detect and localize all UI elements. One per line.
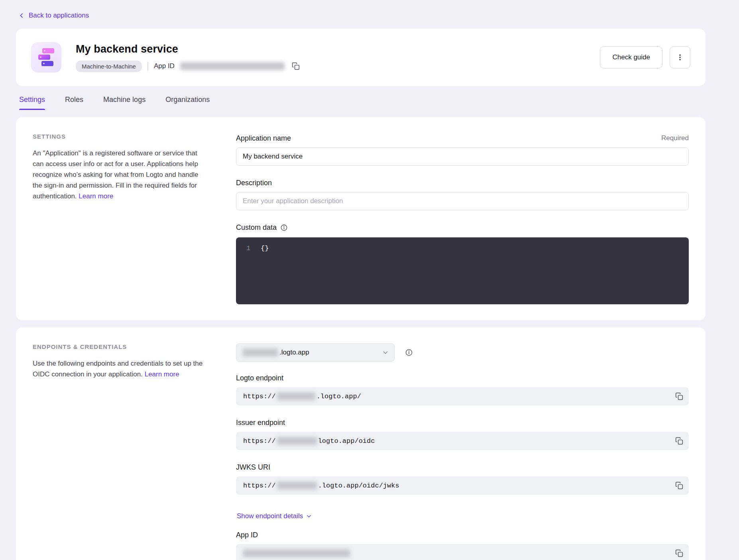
url-prefix: https:// — [243, 437, 276, 445]
jwks-uri-value: https:// .logto.app/oidc/jwks — [236, 476, 689, 495]
url-suffix: .logto.app/ — [316, 393, 361, 400]
app-id-field-label: App ID — [236, 530, 258, 540]
issuer-endpoint-value: https:// logto.app/oidc — [236, 432, 689, 450]
app-type-badge: Machine-to-Machine — [76, 61, 142, 72]
editor-code: {} — [261, 244, 269, 253]
endpoints-form: .logto.app Logto endpoint https:// .logt… — [236, 343, 689, 560]
issuer-endpoint-field-group: Issuer endpoint https:// logto.app/oidc — [236, 417, 689, 450]
custom-data-label: Custom data — [236, 222, 277, 233]
editor-line-number: 1 — [236, 244, 261, 253]
url-suffix: .logto.app/oidc/jwks — [318, 482, 399, 490]
logto-endpoint-field-group: Logto endpoint https:// .logto.app/ — [236, 373, 689, 405]
application-name-field-group: Application name Required — [236, 133, 689, 166]
copy-icon[interactable] — [290, 61, 301, 72]
info-icon[interactable] — [405, 349, 413, 356]
vertical-divider — [147, 62, 148, 70]
tenant-id-redacted — [277, 392, 315, 400]
description-label: Description — [236, 178, 272, 188]
copy-icon[interactable] — [674, 435, 685, 446]
app-id-field-group: App ID — [236, 530, 689, 560]
endpoints-panel-intro: ENDPOINTS & CREDENTIALS Use the followin… — [33, 343, 208, 380]
copy-icon[interactable] — [674, 548, 685, 559]
info-icon[interactable] — [280, 224, 288, 231]
tab-organizations[interactable]: Organizations — [165, 95, 210, 110]
domain-select[interactable]: .logto.app — [236, 343, 395, 362]
endpoints-description: Use the following endpoints and credenti… — [33, 358, 208, 380]
endpoints-panel: ENDPOINTS & CREDENTIALS Use the followin… — [16, 327, 706, 560]
settings-description-text: An "Application" is a registered softwar… — [33, 149, 199, 200]
back-link-label: Back to applications — [29, 10, 89, 21]
show-endpoint-details-link[interactable]: Show endpoint details — [237, 512, 312, 520]
copy-icon[interactable] — [674, 480, 685, 491]
app-id-value — [236, 544, 689, 560]
domain-row: .logto.app — [236, 343, 689, 362]
tab-roles[interactable]: Roles — [65, 95, 83, 110]
settings-panel: SETTINGS An "Application" is a registere… — [16, 117, 706, 320]
chevron-down-icon — [382, 349, 389, 356]
tab-settings[interactable]: Settings — [19, 95, 45, 110]
chevron-left-icon — [18, 12, 25, 19]
required-indicator: Required — [661, 134, 689, 142]
endpoints-heading: ENDPOINTS & CREDENTIALS — [33, 343, 208, 350]
domain-redacted — [243, 349, 278, 356]
domain-suffix: .logto.app — [279, 349, 309, 356]
kebab-menu-icon — [676, 53, 684, 61]
settings-description: An "Application" is a registered softwar… — [33, 148, 208, 202]
page: Back to applications — [16, 0, 706, 560]
tenant-id-redacted — [277, 482, 317, 490]
settings-learn-more-link[interactable]: Learn more — [79, 192, 113, 200]
custom-data-field-group: Custom data 1 {} — [236, 222, 689, 304]
tab-bar: Settings Roles Machine logs Organization… — [16, 95, 706, 110]
more-actions-button[interactable] — [670, 46, 690, 69]
app-meta-row: Machine-to-Machine App ID — [76, 61, 590, 72]
application-name-label: Application name — [236, 133, 291, 143]
settings-panel-intro: SETTINGS An "Application" is a registere… — [33, 133, 208, 202]
settings-heading: SETTINGS — [33, 133, 208, 140]
app-id-value-redacted — [180, 62, 285, 70]
tab-machine-logs[interactable]: Machine logs — [103, 95, 145, 110]
app-id-redacted — [243, 549, 350, 557]
check-guide-button[interactable]: Check guide — [600, 46, 662, 69]
app-header-info: My backend service Machine-to-Machine Ap… — [76, 43, 590, 72]
logto-endpoint-value: https:// .logto.app/ — [236, 387, 689, 405]
application-name-input[interactable] — [236, 147, 689, 166]
app-logo-icon — [31, 42, 61, 72]
chevron-down-icon — [306, 513, 312, 519]
header-actions: Check guide — [600, 46, 690, 69]
jwks-uri-label: JWKS URI — [236, 462, 270, 472]
jwks-uri-field-group: JWKS URI https:// .logto.app/oidc/jwks — [236, 462, 689, 495]
logto-endpoint-label: Logto endpoint — [236, 373, 283, 383]
url-prefix: https:// — [243, 482, 276, 490]
app-id-label: App ID — [154, 62, 175, 70]
custom-data-editor[interactable]: 1 {} — [236, 237, 689, 304]
url-suffix: logto.app/oidc — [318, 437, 375, 445]
app-header-card: My backend service Machine-to-Machine Ap… — [16, 29, 706, 86]
url-prefix: https:// — [243, 393, 276, 400]
description-field-group: Description — [236, 178, 689, 210]
back-to-applications-link[interactable]: Back to applications — [18, 10, 89, 21]
app-title: My backend service — [76, 43, 590, 55]
issuer-endpoint-label: Issuer endpoint — [236, 417, 285, 428]
description-input[interactable] — [236, 192, 689, 210]
settings-form: Application name Required Description Cu… — [236, 133, 689, 304]
tenant-id-redacted — [277, 437, 317, 445]
show-endpoint-details-label: Show endpoint details — [237, 512, 303, 520]
endpoints-learn-more-link[interactable]: Learn more — [145, 370, 179, 378]
copy-icon[interactable] — [674, 391, 685, 402]
